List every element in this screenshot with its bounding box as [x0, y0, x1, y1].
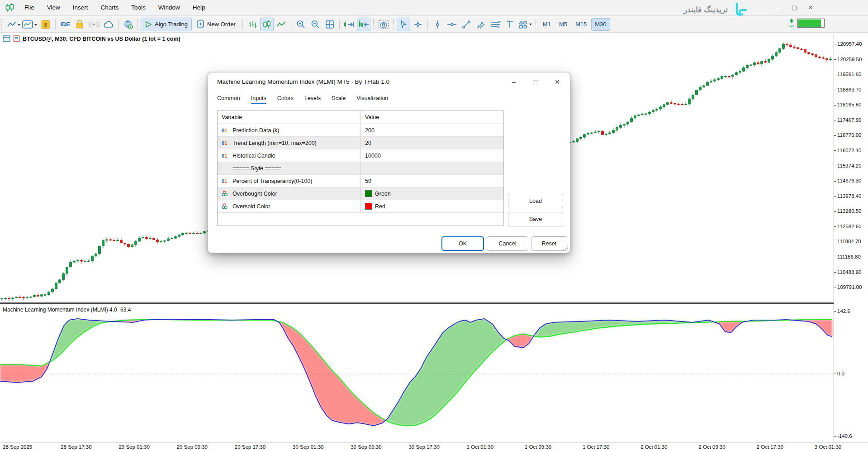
toolbar-drag-handle[interactable] — [1, 19, 5, 30]
shift-end-button[interactable] — [342, 18, 356, 31]
bar-chart-button[interactable] — [246, 18, 259, 31]
menu-insert[interactable]: Insert — [66, 0, 95, 15]
vertical-line-tool[interactable] — [431, 18, 444, 31]
dialog-resize-grip[interactable] — [563, 245, 568, 251]
tab-colors[interactable]: Colors — [277, 95, 294, 104]
price-tick: 109791.00 — [834, 284, 862, 290]
dialog-maximize-button[interactable]: ▢ — [529, 76, 542, 88]
variable-value[interactable]: 200 — [365, 127, 375, 134]
algo-trading-button[interactable]: Algo Trading — [141, 18, 192, 31]
dialog-close-button[interactable]: ✕ — [551, 76, 564, 88]
variable-value[interactable]: 20 — [365, 140, 371, 146]
variable-name: Prediction Data (k) — [232, 127, 280, 134]
menu-window[interactable]: Window — [152, 0, 186, 15]
table-row[interactable]: 01Historical Candle10000 — [218, 149, 503, 162]
symbols-dollar-button[interactable]: $ — [39, 18, 52, 31]
chart-profile-dropdown[interactable] — [22, 18, 38, 31]
tab-scale[interactable]: Scale — [332, 95, 346, 104]
numeric-input-icon: 01 — [222, 153, 232, 158]
price-tick: 115374.20 — [834, 163, 862, 168]
cloud-button[interactable] — [102, 18, 115, 31]
tab-visualization[interactable]: Visualization — [356, 95, 388, 104]
menu-charts[interactable]: Charts — [95, 0, 125, 15]
menu-bar: FileViewInsertChartsToolsWindowHelp ترید… — [0, 0, 868, 16]
chart-doc-icon[interactable] — [13, 35, 20, 42]
candlestick-chart-button[interactable] — [260, 18, 274, 31]
table-row[interactable]: Oversold ColorRed — [218, 200, 503, 213]
community-button[interactable] — [121, 18, 135, 31]
tab-inputs[interactable]: Inputs — [251, 95, 266, 104]
zoom-out-button[interactable] — [308, 18, 322, 31]
ide-label: IDE — [60, 21, 70, 28]
text-tool[interactable] — [503, 18, 517, 31]
signals-button[interactable] — [87, 18, 101, 31]
table-row[interactable]: ===== Style ===== — [218, 162, 503, 175]
time-tick: 30 Sep 01:30 — [293, 444, 323, 450]
maximize-button[interactable]: ▢ — [787, 2, 801, 13]
table-row[interactable]: Overbought ColorGreen — [218, 187, 503, 200]
variable-value[interactable]: Green — [375, 191, 391, 197]
indicator-axis[interactable]: 142.60.0-140.6 — [834, 304, 868, 442]
toolbar: $ IDE — [0, 16, 868, 33]
fibonacci-tool[interactable] — [489, 18, 502, 31]
variable-value[interactable]: 10000 — [365, 153, 381, 159]
trendline-tool[interactable] — [460, 18, 473, 31]
color-swatch[interactable] — [365, 190, 372, 197]
channel-tool[interactable] — [474, 18, 488, 31]
price-tick: 111884.70 — [834, 239, 861, 244]
indicator-panel[interactable]: Machine Learning Momentum Index (MLMI) 4… — [0, 304, 834, 442]
minimize-button[interactable]: – — [771, 2, 785, 13]
timeframe-group: M1M5M15M30 — [539, 18, 611, 31]
timeframe-m1[interactable]: M1 — [539, 18, 555, 31]
chart-window-icon[interactable] — [3, 35, 10, 42]
save-button[interactable]: Save — [508, 212, 563, 226]
chart-line-style-dropdown[interactable] — [6, 18, 21, 31]
indicator-scale-tick: 0.0 — [834, 371, 844, 376]
timeframe-m15[interactable]: M15 — [572, 18, 590, 31]
market-button[interactable] — [73, 18, 86, 31]
cancel-button[interactable]: Cancel — [487, 236, 528, 251]
zoom-in-button[interactable] — [294, 18, 308, 31]
table-row[interactable]: 01Trend Length (min=10, max=200)20 — [218, 137, 503, 149]
line-chart-button[interactable] — [275, 18, 288, 31]
price-tick: 120957.40 — [834, 41, 862, 47]
reset-button[interactable]: Reset — [531, 236, 567, 251]
cursor-button[interactable] — [397, 18, 410, 31]
table-row[interactable]: 01Percent of Transperancy(0-100)50 — [218, 175, 503, 187]
symbol-title: BTCUSD@, M30: CFD BITCOIN vs US Dollar (… — [23, 36, 180, 42]
tab-common[interactable]: Common — [217, 95, 240, 104]
price-tick: 113978.40 — [834, 193, 862, 199]
tile-windows-button[interactable] — [323, 18, 337, 31]
close-button[interactable]: ✕ — [804, 2, 817, 13]
table-header: VariableValue — [218, 111, 503, 124]
color-swatch[interactable] — [365, 203, 372, 210]
panel-divider[interactable] — [0, 302, 834, 304]
time-tick: 2 Oct 09:30 — [698, 444, 725, 450]
timeframe-m30[interactable]: M30 — [591, 18, 610, 31]
load-button[interactable]: Load — [508, 194, 563, 208]
ide-button[interactable]: IDE — [58, 18, 72, 31]
horizontal-line-tool[interactable] — [445, 18, 459, 31]
menu-help[interactable]: Help — [186, 0, 212, 15]
variable-value[interactable]: Red — [375, 203, 385, 210]
auto-scroll-button[interactable] — [357, 18, 370, 31]
tab-levels[interactable]: Levels — [304, 95, 321, 104]
menu-tools[interactable]: Tools — [125, 0, 152, 15]
ok-button[interactable]: OK — [441, 236, 484, 251]
variable-value[interactable]: 50 — [365, 178, 371, 184]
variable-name: Trend Length (min=10, max=200) — [232, 140, 317, 146]
time-tick: 30 Sep 09:30 — [351, 444, 381, 450]
time-tick: 3 Oct 01:30 — [815, 444, 841, 450]
new-order-button[interactable]: New Order — [193, 18, 240, 31]
crosshair-button[interactable] — [411, 18, 425, 31]
menu-file[interactable]: File — [18, 0, 41, 15]
shapes-dropdown[interactable] — [517, 18, 533, 31]
time-axis[interactable]: 28 Sep 202528 Sep 17:3029 Sep 01:3029 Se… — [0, 442, 868, 451]
time-tick: 30 Sep 17:30 — [408, 444, 439, 450]
screenshot-button[interactable] — [377, 18, 390, 31]
dialog-minimize-button[interactable]: – — [508, 76, 520, 88]
table-row[interactable]: 01Prediction Data (k)200 — [218, 124, 503, 137]
dialog-titlebar[interactable]: Machine Learning Momentum Index (MLMI) M… — [208, 72, 570, 91]
menu-view[interactable]: View — [41, 0, 66, 15]
timeframe-m5[interactable]: M5 — [555, 18, 571, 31]
